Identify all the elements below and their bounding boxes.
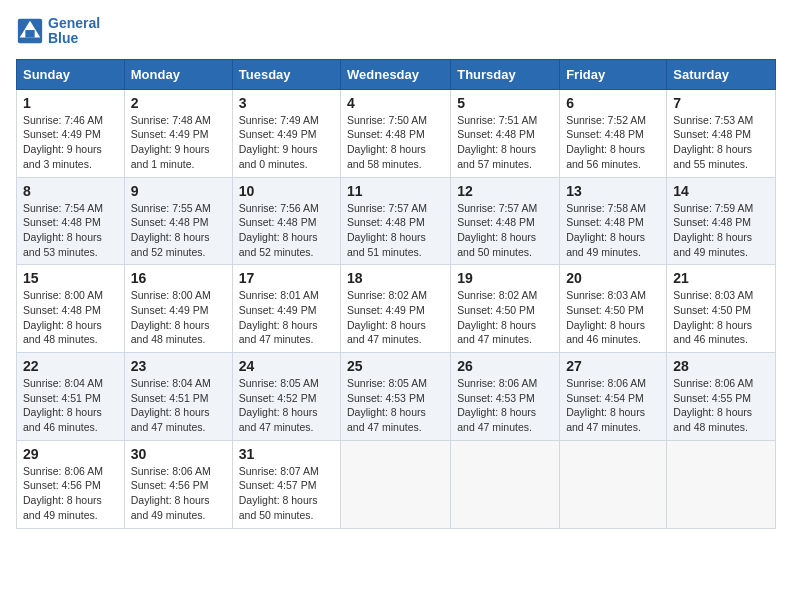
day-number: 9 bbox=[131, 183, 226, 199]
calendar-cell: 30Sunrise: 8:06 AMSunset: 4:56 PMDayligh… bbox=[124, 440, 232, 528]
day-number: 27 bbox=[566, 358, 660, 374]
calendar-cell: 27Sunrise: 8:06 AMSunset: 4:54 PMDayligh… bbox=[560, 353, 667, 441]
cell-content: Sunrise: 7:52 AMSunset: 4:48 PMDaylight:… bbox=[566, 113, 660, 172]
calendar-cell: 14Sunrise: 7:59 AMSunset: 4:48 PMDayligh… bbox=[667, 177, 776, 265]
cell-content: Sunrise: 8:04 AMSunset: 4:51 PMDaylight:… bbox=[23, 376, 118, 435]
calendar-cell: 11Sunrise: 7:57 AMSunset: 4:48 PMDayligh… bbox=[341, 177, 451, 265]
calendar-cell: 7Sunrise: 7:53 AMSunset: 4:48 PMDaylight… bbox=[667, 89, 776, 177]
cell-content: Sunrise: 8:00 AMSunset: 4:48 PMDaylight:… bbox=[23, 288, 118, 347]
day-number: 12 bbox=[457, 183, 553, 199]
cell-content: Sunrise: 7:56 AMSunset: 4:48 PMDaylight:… bbox=[239, 201, 334, 260]
cell-content: Sunrise: 7:58 AMSunset: 4:48 PMDaylight:… bbox=[566, 201, 660, 260]
day-number: 24 bbox=[239, 358, 334, 374]
calendar-cell: 9Sunrise: 7:55 AMSunset: 4:48 PMDaylight… bbox=[124, 177, 232, 265]
calendar-cell: 26Sunrise: 8:06 AMSunset: 4:53 PMDayligh… bbox=[451, 353, 560, 441]
page-header: General Blue bbox=[16, 16, 776, 47]
calendar-cell: 10Sunrise: 7:56 AMSunset: 4:48 PMDayligh… bbox=[232, 177, 340, 265]
day-number: 28 bbox=[673, 358, 769, 374]
col-header-tuesday: Tuesday bbox=[232, 59, 340, 89]
day-number: 5 bbox=[457, 95, 553, 111]
calendar-cell: 4Sunrise: 7:50 AMSunset: 4:48 PMDaylight… bbox=[341, 89, 451, 177]
cell-content: Sunrise: 7:59 AMSunset: 4:48 PMDaylight:… bbox=[673, 201, 769, 260]
day-number: 30 bbox=[131, 446, 226, 462]
day-number: 16 bbox=[131, 270, 226, 286]
cell-content: Sunrise: 8:06 AMSunset: 4:55 PMDaylight:… bbox=[673, 376, 769, 435]
calendar-week-row: 1Sunrise: 7:46 AMSunset: 4:49 PMDaylight… bbox=[17, 89, 776, 177]
cell-content: Sunrise: 8:06 AMSunset: 4:53 PMDaylight:… bbox=[457, 376, 553, 435]
cell-content: Sunrise: 8:07 AMSunset: 4:57 PMDaylight:… bbox=[239, 464, 334, 523]
cell-content: Sunrise: 8:00 AMSunset: 4:49 PMDaylight:… bbox=[131, 288, 226, 347]
calendar-cell: 18Sunrise: 8:02 AMSunset: 4:49 PMDayligh… bbox=[341, 265, 451, 353]
col-header-saturday: Saturday bbox=[667, 59, 776, 89]
cell-content: Sunrise: 8:06 AMSunset: 4:54 PMDaylight:… bbox=[566, 376, 660, 435]
calendar-cell: 15Sunrise: 8:00 AMSunset: 4:48 PMDayligh… bbox=[17, 265, 125, 353]
day-number: 17 bbox=[239, 270, 334, 286]
calendar-week-row: 29Sunrise: 8:06 AMSunset: 4:56 PMDayligh… bbox=[17, 440, 776, 528]
cell-content: Sunrise: 8:05 AMSunset: 4:53 PMDaylight:… bbox=[347, 376, 444, 435]
calendar-cell: 25Sunrise: 8:05 AMSunset: 4:53 PMDayligh… bbox=[341, 353, 451, 441]
calendar-cell: 3Sunrise: 7:49 AMSunset: 4:49 PMDaylight… bbox=[232, 89, 340, 177]
calendar-cell: 19Sunrise: 8:02 AMSunset: 4:50 PMDayligh… bbox=[451, 265, 560, 353]
day-number: 7 bbox=[673, 95, 769, 111]
day-number: 13 bbox=[566, 183, 660, 199]
calendar-cell: 13Sunrise: 7:58 AMSunset: 4:48 PMDayligh… bbox=[560, 177, 667, 265]
col-header-monday: Monday bbox=[124, 59, 232, 89]
calendar-table: SundayMondayTuesdayWednesdayThursdayFrid… bbox=[16, 59, 776, 529]
day-number: 21 bbox=[673, 270, 769, 286]
calendar-cell: 6Sunrise: 7:52 AMSunset: 4:48 PMDaylight… bbox=[560, 89, 667, 177]
calendar-cell: 28Sunrise: 8:06 AMSunset: 4:55 PMDayligh… bbox=[667, 353, 776, 441]
day-number: 4 bbox=[347, 95, 444, 111]
calendar-cell: 23Sunrise: 8:04 AMSunset: 4:51 PMDayligh… bbox=[124, 353, 232, 441]
calendar-cell: 17Sunrise: 8:01 AMSunset: 4:49 PMDayligh… bbox=[232, 265, 340, 353]
day-number: 19 bbox=[457, 270, 553, 286]
calendar-cell: 20Sunrise: 8:03 AMSunset: 4:50 PMDayligh… bbox=[560, 265, 667, 353]
day-number: 3 bbox=[239, 95, 334, 111]
day-number: 29 bbox=[23, 446, 118, 462]
col-header-thursday: Thursday bbox=[451, 59, 560, 89]
day-number: 2 bbox=[131, 95, 226, 111]
day-number: 11 bbox=[347, 183, 444, 199]
cell-content: Sunrise: 8:05 AMSunset: 4:52 PMDaylight:… bbox=[239, 376, 334, 435]
calendar-week-row: 15Sunrise: 8:00 AMSunset: 4:48 PMDayligh… bbox=[17, 265, 776, 353]
cell-content: Sunrise: 7:48 AMSunset: 4:49 PMDaylight:… bbox=[131, 113, 226, 172]
cell-content: Sunrise: 7:55 AMSunset: 4:48 PMDaylight:… bbox=[131, 201, 226, 260]
cell-content: Sunrise: 7:57 AMSunset: 4:48 PMDaylight:… bbox=[457, 201, 553, 260]
cell-content: Sunrise: 8:03 AMSunset: 4:50 PMDaylight:… bbox=[673, 288, 769, 347]
calendar-cell bbox=[667, 440, 776, 528]
cell-content: Sunrise: 8:04 AMSunset: 4:51 PMDaylight:… bbox=[131, 376, 226, 435]
col-header-friday: Friday bbox=[560, 59, 667, 89]
cell-content: Sunrise: 7:46 AMSunset: 4:49 PMDaylight:… bbox=[23, 113, 118, 172]
calendar-cell: 8Sunrise: 7:54 AMSunset: 4:48 PMDaylight… bbox=[17, 177, 125, 265]
day-number: 15 bbox=[23, 270, 118, 286]
day-number: 26 bbox=[457, 358, 553, 374]
calendar-cell: 22Sunrise: 8:04 AMSunset: 4:51 PMDayligh… bbox=[17, 353, 125, 441]
day-number: 25 bbox=[347, 358, 444, 374]
calendar-cell: 31Sunrise: 8:07 AMSunset: 4:57 PMDayligh… bbox=[232, 440, 340, 528]
cell-content: Sunrise: 7:54 AMSunset: 4:48 PMDaylight:… bbox=[23, 201, 118, 260]
calendar-cell: 1Sunrise: 7:46 AMSunset: 4:49 PMDaylight… bbox=[17, 89, 125, 177]
logo-icon bbox=[16, 17, 44, 45]
calendar-cell bbox=[341, 440, 451, 528]
day-number: 20 bbox=[566, 270, 660, 286]
day-number: 23 bbox=[131, 358, 226, 374]
cell-content: Sunrise: 8:02 AMSunset: 4:50 PMDaylight:… bbox=[457, 288, 553, 347]
calendar-cell: 5Sunrise: 7:51 AMSunset: 4:48 PMDaylight… bbox=[451, 89, 560, 177]
calendar-cell bbox=[560, 440, 667, 528]
calendar-cell: 12Sunrise: 7:57 AMSunset: 4:48 PMDayligh… bbox=[451, 177, 560, 265]
day-number: 8 bbox=[23, 183, 118, 199]
cell-content: Sunrise: 7:49 AMSunset: 4:49 PMDaylight:… bbox=[239, 113, 334, 172]
cell-content: Sunrise: 7:51 AMSunset: 4:48 PMDaylight:… bbox=[457, 113, 553, 172]
cell-content: Sunrise: 7:50 AMSunset: 4:48 PMDaylight:… bbox=[347, 113, 444, 172]
calendar-header-row: SundayMondayTuesdayWednesdayThursdayFrid… bbox=[17, 59, 776, 89]
cell-content: Sunrise: 8:03 AMSunset: 4:50 PMDaylight:… bbox=[566, 288, 660, 347]
day-number: 1 bbox=[23, 95, 118, 111]
logo-text: General Blue bbox=[48, 16, 100, 47]
cell-content: Sunrise: 7:57 AMSunset: 4:48 PMDaylight:… bbox=[347, 201, 444, 260]
day-number: 14 bbox=[673, 183, 769, 199]
calendar-week-row: 8Sunrise: 7:54 AMSunset: 4:48 PMDaylight… bbox=[17, 177, 776, 265]
svg-rect-2 bbox=[25, 30, 34, 37]
calendar-cell: 29Sunrise: 8:06 AMSunset: 4:56 PMDayligh… bbox=[17, 440, 125, 528]
cell-content: Sunrise: 7:53 AMSunset: 4:48 PMDaylight:… bbox=[673, 113, 769, 172]
cell-content: Sunrise: 8:01 AMSunset: 4:49 PMDaylight:… bbox=[239, 288, 334, 347]
cell-content: Sunrise: 8:06 AMSunset: 4:56 PMDaylight:… bbox=[23, 464, 118, 523]
